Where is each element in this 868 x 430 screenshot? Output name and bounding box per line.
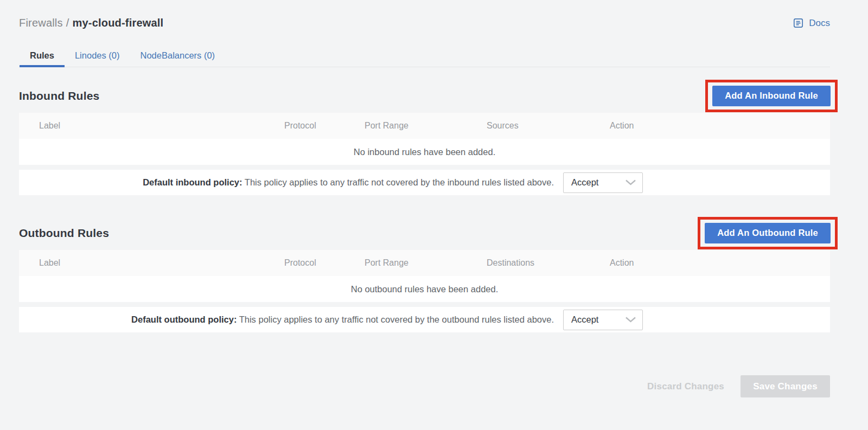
outbound-column-label: Label [19,258,264,268]
firewall-detail-page: Firewalls/my-cloud-firewall Docs Rules L… [0,0,868,430]
inbound-column-label: Label [19,121,264,131]
outbound-column-destinations: Destinations [467,258,590,268]
tab-linodes[interactable]: Linodes (0) [65,44,130,67]
inbound-policy-description: This policy applies to any traffic not c… [245,177,554,187]
outbound-empty-row: No outbound rules have been added. [19,276,830,302]
inbound-policy-row: Default inbound policy: This policy appl… [19,170,830,195]
inbound-rules-title: Inbound Rules [19,89,99,102]
breadcrumb: Firewalls/my-cloud-firewall [19,17,163,29]
inbound-section-header: Inbound Rules Add An Inbound Rule [19,79,830,113]
tab-bar: Rules Linodes (0) NodeBalancers (0) [19,44,830,67]
outbound-table-header: Label Protocol Port Range Destinations A… [19,250,830,276]
discard-changes-button[interactable]: Discard Changes [647,381,724,392]
outbound-column-protocol: Protocol [264,258,344,268]
outbound-policy-label: Default outbound policy: [131,315,237,324]
inbound-policy-select[interactable]: Accept [563,172,643,193]
outbound-empty-message: No outbound rules have been added. [351,284,499,294]
outbound-policy-text: Default outbound policy: This policy app… [131,315,554,325]
outbound-column-port-range: Port Range [344,258,467,268]
add-inbound-rule-button[interactable]: Add An Inbound Rule [712,86,831,106]
outbound-policy-description: This policy applies to any traffic not c… [239,315,554,324]
chevron-down-icon [625,179,636,185]
breadcrumb-firewalls-link[interactable]: Firewalls [19,17,63,29]
breadcrumb-separator: / [66,17,69,29]
document-icon [793,17,804,29]
highlight-box-inbound: Add An Inbound Rule [705,80,838,112]
highlight-box-outbound: Add An Outbound Rule [698,217,838,249]
docs-link[interactable]: Docs [793,17,830,29]
inbound-column-port-range: Port Range [344,121,467,131]
chevron-down-icon [625,317,636,323]
inbound-rules-table: Label Protocol Port Range Sources Action… [19,113,830,195]
inbound-policy-label: Default inbound policy: [143,177,242,187]
save-changes-button[interactable]: Save Changes [741,375,830,397]
outbound-rules-title: Outbound Rules [19,227,109,240]
breadcrumb-current-firewall: my-cloud-firewall [72,17,163,29]
inbound-policy-selected-value: Accept [571,177,598,188]
inbound-column-action: Action [590,121,830,131]
tab-nodebalancers[interactable]: NodeBalancers (0) [130,44,226,67]
inbound-policy-text: Default inbound policy: This policy appl… [143,177,554,188]
docs-link-label: Docs [809,18,830,29]
outbound-rules-table: Label Protocol Port Range Destinations A… [19,250,830,332]
inbound-column-protocol: Protocol [264,121,344,131]
inbound-column-sources: Sources [467,121,590,131]
outbound-section-header: Outbound Rules Add An Outbound Rule [19,216,830,250]
inbound-table-header: Label Protocol Port Range Sources Action [19,113,830,139]
outbound-policy-select[interactable]: Accept [563,310,643,330]
footer-actions: Discard Changes Save Changes [19,375,830,397]
inbound-empty-message: No inbound rules have been added. [354,147,495,157]
outbound-column-action: Action [590,258,830,268]
inbound-empty-row: No inbound rules have been added. [19,139,830,165]
outbound-policy-row: Default outbound policy: This policy app… [19,307,830,332]
add-outbound-rule-button[interactable]: Add An Outbound Rule [705,223,831,243]
topbar: Firewalls/my-cloud-firewall Docs [19,0,830,29]
tab-rules[interactable]: Rules [20,44,65,67]
outbound-policy-selected-value: Accept [571,315,598,325]
